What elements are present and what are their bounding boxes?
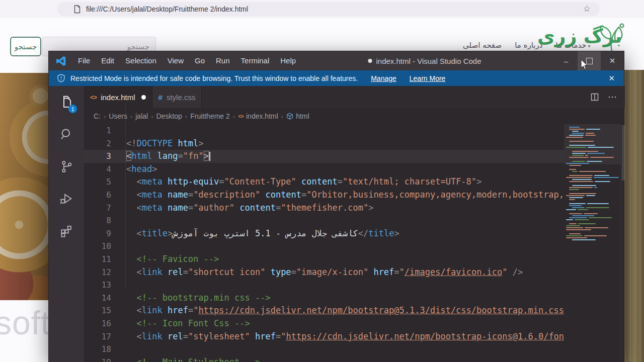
- line-number: 15: [84, 304, 111, 317]
- tab-bar: <>index.html#style.css: [84, 86, 625, 108]
- search-icon[interactable]: [49, 118, 84, 150]
- code-text: <meta http-equiv="Content-Type" content=…: [126, 175, 481, 189]
- tab-style.css[interactable]: #style.css: [152, 86, 202, 108]
- shield-icon: [57, 74, 65, 82]
- menu-file[interactable]: File: [72, 51, 96, 70]
- menu-terminal[interactable]: Terminal: [235, 51, 275, 70]
- activity-bar: 1: [49, 86, 84, 362]
- more-actions-icon[interactable]: ⋯: [608, 92, 617, 103]
- minimap[interactable]: [564, 124, 621, 362]
- line-number: 1: [84, 124, 111, 137]
- tab-label: style.css: [167, 93, 196, 102]
- menu-selection[interactable]: Selection: [120, 51, 162, 70]
- code-line[interactable]: 3<html lang="fn">: [84, 150, 564, 163]
- window-title-text: index.html - Visual Studio Code: [376, 57, 481, 65]
- fruit-hero-image-left: [0, 73, 48, 300]
- line-number: 4: [84, 163, 111, 176]
- scrollbar[interactable]: [621, 124, 625, 362]
- tab-index.html[interactable]: <>index.html: [84, 86, 152, 108]
- source-control-icon[interactable]: [49, 150, 84, 183]
- code-line[interactable]: 19 <!-- Main Stylesheet -->: [84, 356, 564, 362]
- code-line[interactable]: 11 <!-- Favicon -->: [84, 253, 564, 266]
- code-line[interactable]: 7 <meta name="author" content="themefish…: [84, 202, 564, 215]
- line-number: 18: [84, 343, 111, 356]
- breadcrumb-html[interactable]: html: [286, 112, 309, 120]
- chevron-right-icon: ›: [103, 113, 107, 120]
- code-line[interactable]: 13: [84, 279, 564, 292]
- address-bar[interactable]: file:///C:/Users/jalal/Desktop/Fruitthem…: [57, 2, 600, 16]
- text-cursor: [209, 152, 210, 161]
- vscode-logo-icon: [56, 56, 66, 66]
- code-line[interactable]: 4<head>: [84, 163, 564, 176]
- learn-more-link[interactable]: Learn More: [410, 74, 446, 82]
- window-controls: – ✕: [554, 51, 624, 70]
- extensions-icon[interactable]: [49, 215, 84, 247]
- star-icon[interactable]: ☆: [583, 4, 591, 14]
- line-number: 13: [84, 279, 111, 292]
- breadcrumb-fruittheme-2[interactable]: Fruittheme 2: [190, 112, 230, 120]
- html-code-icon: <>: [90, 94, 97, 101]
- split-editor-icon[interactable]: [591, 93, 599, 101]
- line-number: 17: [84, 330, 111, 343]
- breadcrumb-index.html[interactable]: <>index.html: [238, 112, 278, 120]
- watermark-text: soft: [0, 304, 50, 342]
- code-line[interactable]: 2<!DOCTYPE html>: [84, 137, 564, 150]
- code-line[interactable]: 10: [84, 240, 564, 253]
- code-line[interactable]: 17 <link rel="stylesheet" href="https://…: [84, 330, 564, 343]
- breadcrumb-desktop[interactable]: Desktop: [156, 112, 182, 120]
- chevron-right-icon: ›: [184, 113, 188, 120]
- chevron-right-icon: ›: [129, 113, 133, 120]
- chevron-right-icon: ›: [280, 113, 284, 120]
- menu-edit[interactable]: Edit: [96, 51, 120, 70]
- maximize-button[interactable]: [578, 51, 601, 70]
- browser-toolbar: file:///C:/Users/jalal/Desktop/Fruitthem…: [0, 0, 644, 19]
- explorer-icon[interactable]: 1: [49, 86, 84, 118]
- breadcrumb-label: html: [296, 112, 309, 120]
- breadcrumb-c:[interactable]: C:: [94, 112, 101, 120]
- manage-link[interactable]: Manage: [371, 74, 396, 82]
- line-number: 14: [84, 292, 111, 305]
- line-number: 8: [84, 214, 111, 227]
- breadcrumb-label: Users: [109, 112, 127, 120]
- minimap-slider[interactable]: [564, 124, 621, 164]
- code-text: <meta name="author" content="themefisher…: [126, 202, 373, 215]
- code-line[interactable]: 8: [84, 214, 564, 227]
- scrollbar-thumb[interactable]: [622, 125, 625, 180]
- code-line[interactable]: 1: [84, 124, 564, 137]
- vscode-window: FileEditSelectionViewGoRunTerminalHelp i…: [48, 51, 624, 362]
- minimize-button[interactable]: –: [554, 51, 578, 70]
- window-title: index.html - Visual Studio Code: [368, 57, 481, 65]
- code-line[interactable]: 6 <meta name="description" content="Orbi…: [84, 189, 564, 202]
- chevron-right-icon: ›: [150, 113, 154, 120]
- close-button[interactable]: ✕: [601, 51, 624, 70]
- line-number: 10: [84, 240, 111, 253]
- breadcrumb-label: jalal: [135, 112, 148, 120]
- menu-run[interactable]: Run: [210, 51, 235, 70]
- hash-icon: #: [158, 93, 163, 102]
- menu-go[interactable]: Go: [189, 51, 210, 70]
- code-text: <!-- Icon Font Css -->: [126, 317, 250, 330]
- code-line[interactable]: 12 <link rel="shortcut icon" type="image…: [84, 266, 564, 279]
- search-button[interactable]: جستجو: [10, 37, 41, 56]
- breadcrumb: C:›Users›jalal›Desktop›Fruittheme 2›<>in…: [94, 108, 309, 124]
- code-line[interactable]: 18: [84, 343, 564, 356]
- line-number: 12: [84, 266, 111, 279]
- code-line[interactable]: 5 <meta http-equiv="Content-Type" conten…: [84, 175, 564, 189]
- code-line[interactable]: 14 <!-- bootstrap.min css -->: [84, 292, 564, 305]
- menu-help[interactable]: Help: [275, 51, 301, 70]
- badge-count: 1: [68, 105, 77, 113]
- breadcrumb-label: C:: [94, 112, 101, 120]
- code-line[interactable]: 16 <!-- Icon Font Css -->: [84, 317, 564, 330]
- breadcrumb-users[interactable]: Users: [109, 112, 127, 120]
- nav-item-صفحه اصلی[interactable]: صفحه اصلی: [463, 41, 502, 50]
- code-text: <head>: [126, 163, 157, 176]
- code-text: <!DOCTYPE html>: [126, 137, 204, 150]
- menu-view[interactable]: View: [162, 51, 189, 70]
- code-line[interactable]: 9 <title>آموزش‎ بوت‎ استرپ‎ 5.1 - مدرس‎ …: [84, 227, 564, 240]
- banner-close-icon[interactable]: ✕: [608, 74, 615, 83]
- breadcrumb-jalal[interactable]: jalal: [135, 112, 148, 120]
- url-text: file:///C:/Users/jalal/Desktop/Fruitthem…: [86, 5, 248, 13]
- code-line[interactable]: 15 <link href="https://cdn.jsdelivr.net/…: [84, 304, 564, 317]
- code-editor[interactable]: 12<!DOCTYPE html>3<html lang="fn">4<head…: [84, 124, 564, 362]
- run-debug-icon[interactable]: [49, 183, 84, 215]
